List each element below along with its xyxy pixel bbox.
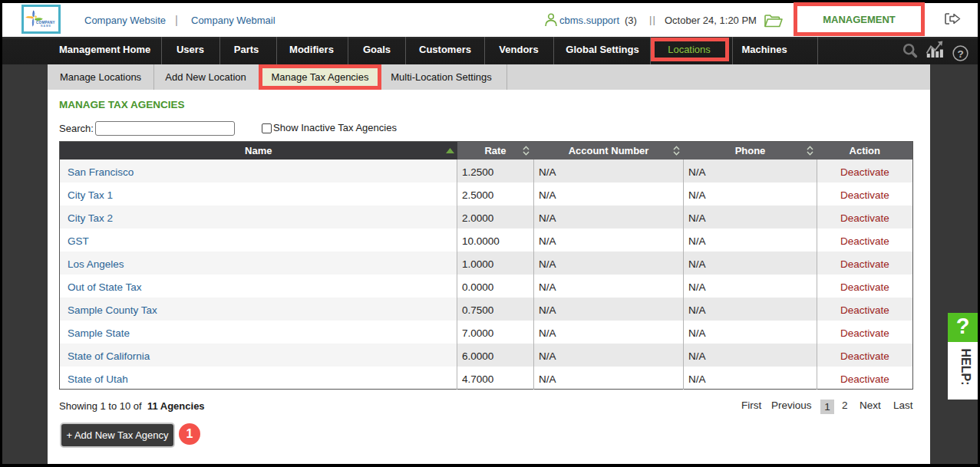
svg-text:NAME: NAME <box>41 25 51 28</box>
svg-text:?: ? <box>957 48 963 60</box>
